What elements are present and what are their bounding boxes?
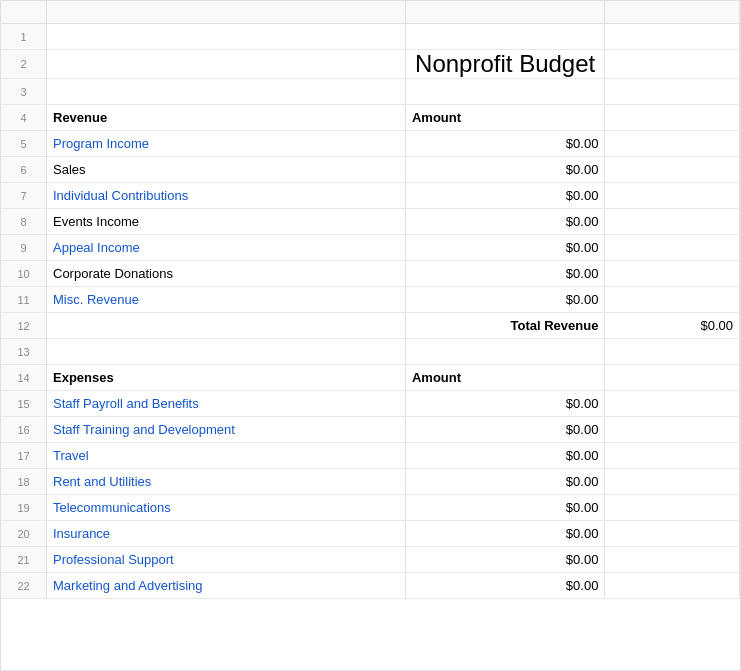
table-row[interactable]: 19Telecommunications$0.00	[1, 495, 740, 521]
cell-c-22[interactable]	[605, 573, 740, 598]
cell-c-15[interactable]	[605, 391, 740, 416]
row-number: 12	[1, 313, 47, 338]
cell-b-4[interactable]: Amount	[406, 105, 605, 130]
table-row[interactable]: 11Misc. Revenue$0.00	[1, 287, 740, 313]
cell-b-9[interactable]: $0.00	[406, 235, 605, 260]
row-number: 4	[1, 105, 47, 130]
cell-c-16[interactable]	[605, 417, 740, 442]
table-row[interactable]: 1	[1, 24, 740, 50]
table-row[interactable]: 17Travel$0.00	[1, 443, 740, 469]
row-number: 11	[1, 287, 47, 312]
table-row[interactable]: 9Appeal Income$0.00	[1, 235, 740, 261]
cell-a-9[interactable]: Appeal Income	[47, 235, 406, 260]
cell-a-14[interactable]: Expenses	[47, 365, 406, 390]
table-row[interactable]: 20Insurance$0.00	[1, 521, 740, 547]
cell-b-3[interactable]	[406, 79, 605, 104]
cell-c-18[interactable]	[605, 469, 740, 494]
cell-a-13[interactable]	[47, 339, 406, 364]
table-row[interactable]: 21Professional Support$0.00	[1, 547, 740, 573]
cell-a-4[interactable]: Revenue	[47, 105, 406, 130]
cell-a-6[interactable]: Sales	[47, 157, 406, 182]
cell-a-1[interactable]	[47, 24, 406, 49]
cell-a-16[interactable]: Staff Training and Development	[47, 417, 406, 442]
cell-a-5[interactable]: Program Income	[47, 131, 406, 156]
cell-b-10[interactable]: $0.00	[406, 261, 605, 286]
col-b-header[interactable]	[406, 1, 605, 23]
table-row[interactable]: 6Sales$0.00	[1, 157, 740, 183]
cell-a-8[interactable]: Events Income	[47, 209, 406, 234]
cell-a-7[interactable]: Individual Contributions	[47, 183, 406, 208]
col-c-header[interactable]	[605, 1, 740, 23]
row-number: 21	[1, 547, 47, 572]
cell-c-10[interactable]	[605, 261, 740, 286]
table-row[interactable]: 2Nonprofit Budget	[1, 50, 740, 79]
cell-b-19[interactable]: $0.00	[406, 495, 605, 520]
cell-c-3[interactable]	[605, 79, 740, 104]
cell-a-17[interactable]: Travel	[47, 443, 406, 468]
cell-c-20[interactable]	[605, 521, 740, 546]
table-row[interactable]: 16Staff Training and Development$0.00	[1, 417, 740, 443]
col-a-header[interactable]	[47, 1, 406, 23]
cell-c-9[interactable]	[605, 235, 740, 260]
cell-c-5[interactable]	[605, 131, 740, 156]
cell-b-6[interactable]: $0.00	[406, 157, 605, 182]
cell-c-11[interactable]	[605, 287, 740, 312]
cell-a-10[interactable]: Corporate Donations	[47, 261, 406, 286]
cell-a-3[interactable]	[47, 79, 406, 104]
cell-a-11[interactable]: Misc. Revenue	[47, 287, 406, 312]
table-row[interactable]: 3	[1, 79, 740, 105]
cell-c-12[interactable]: $0.00	[605, 313, 740, 338]
table-row[interactable]: 22Marketing and Advertising$0.00	[1, 573, 740, 599]
row-number: 8	[1, 209, 47, 234]
cell-a-15[interactable]: Staff Payroll and Benefits	[47, 391, 406, 416]
cell-b-2[interactable]: Nonprofit Budget	[406, 50, 605, 78]
cell-a-2[interactable]	[47, 50, 406, 78]
cell-b-21[interactable]: $0.00	[406, 547, 605, 572]
row-number: 1	[1, 24, 47, 49]
cell-a-21[interactable]: Professional Support	[47, 547, 406, 572]
cell-b-8[interactable]: $0.00	[406, 209, 605, 234]
table-row[interactable]: 4RevenueAmount	[1, 105, 740, 131]
cell-b-14[interactable]: Amount	[406, 365, 605, 390]
cell-c-4[interactable]	[605, 105, 740, 130]
cell-b-18[interactable]: $0.00	[406, 469, 605, 494]
cell-b-13[interactable]	[406, 339, 605, 364]
cell-c-2[interactable]	[605, 50, 740, 78]
cell-a-19[interactable]: Telecommunications	[47, 495, 406, 520]
cell-c-17[interactable]	[605, 443, 740, 468]
table-row[interactable]: 7Individual Contributions$0.00	[1, 183, 740, 209]
table-row[interactable]: 13	[1, 339, 740, 365]
cell-c-6[interactable]	[605, 157, 740, 182]
table-row[interactable]: 12Total Revenue$0.00	[1, 313, 740, 339]
cell-b-1[interactable]	[406, 24, 605, 49]
cell-b-11[interactable]: $0.00	[406, 287, 605, 312]
cell-b-7[interactable]: $0.00	[406, 183, 605, 208]
cell-a-22[interactable]: Marketing and Advertising	[47, 573, 406, 598]
cell-c-19[interactable]	[605, 495, 740, 520]
cell-b-16[interactable]: $0.00	[406, 417, 605, 442]
cell-b-20[interactable]: $0.00	[406, 521, 605, 546]
cell-b-15[interactable]: $0.00	[406, 391, 605, 416]
cell-c-13[interactable]	[605, 339, 740, 364]
cell-c-21[interactable]	[605, 547, 740, 572]
cell-b-12[interactable]: Total Revenue	[406, 313, 605, 338]
cell-c-8[interactable]	[605, 209, 740, 234]
cell-a-20[interactable]: Insurance	[47, 521, 406, 546]
table-row[interactable]: 10Corporate Donations$0.00	[1, 261, 740, 287]
cell-b-17[interactable]: $0.00	[406, 443, 605, 468]
table-row[interactable]: 14ExpensesAmount	[1, 365, 740, 391]
cell-c-1[interactable]	[605, 24, 740, 49]
cell-a-18[interactable]: Rent and Utilities	[47, 469, 406, 494]
row-number: 17	[1, 443, 47, 468]
spreadsheet-body: 12Nonprofit Budget34RevenueAmount5Progra…	[1, 24, 740, 599]
cell-b-5[interactable]: $0.00	[406, 131, 605, 156]
row-number: 7	[1, 183, 47, 208]
table-row[interactable]: 18Rent and Utilities$0.00	[1, 469, 740, 495]
cell-a-12[interactable]	[47, 313, 406, 338]
cell-c-7[interactable]	[605, 183, 740, 208]
cell-b-22[interactable]: $0.00	[406, 573, 605, 598]
cell-c-14[interactable]	[605, 365, 740, 390]
table-row[interactable]: 15Staff Payroll and Benefits$0.00	[1, 391, 740, 417]
table-row[interactable]: 8Events Income$0.00	[1, 209, 740, 235]
table-row[interactable]: 5Program Income$0.00	[1, 131, 740, 157]
